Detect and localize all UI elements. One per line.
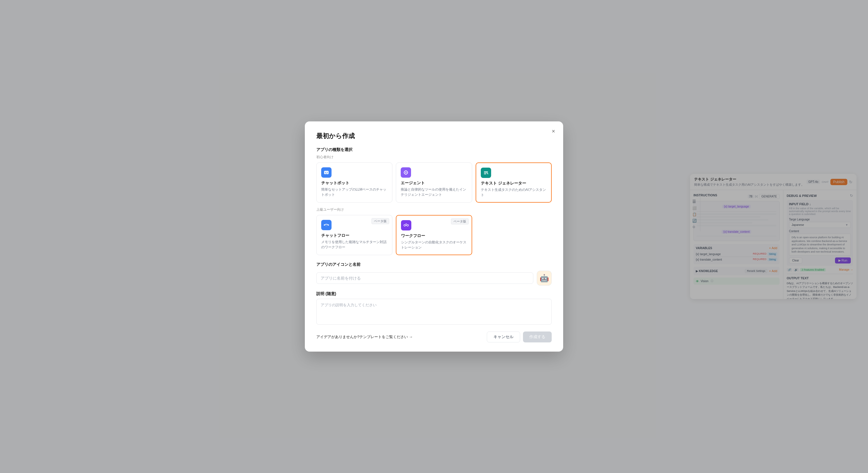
svg-point-17 (406, 223, 407, 224)
footer-buttons: キャンセル 作成する (487, 332, 552, 342)
svg-rect-9 (484, 171, 488, 172)
chatflow-title: チャットフロー (321, 233, 388, 238)
beginner-label: 初心者向け (316, 155, 552, 160)
text-generator-card[interactable]: テキスト ジェネレーター テキスト生成タスクのためのAIアシスタント (476, 162, 552, 202)
chatbot-icon (321, 167, 332, 178)
icon-name-row: 🤖 (316, 271, 552, 286)
workflow-beta-badge: ベータ版 (451, 218, 469, 224)
agent-card[interactable]: エージェント 推論と自律的なツールの使用を備えたインテリジェントエージェント (396, 162, 472, 202)
svg-point-6 (406, 174, 406, 175)
agent-title: エージェント (401, 181, 467, 186)
create-button[interactable]: 作成する (523, 332, 552, 342)
svg-point-4 (405, 172, 406, 173)
section-app-type-label: アプリの種類を選択 (316, 147, 552, 152)
chatbot-card[interactable]: チャットボット 簡単なセットアップのLLMベースのチャットボット (316, 162, 392, 202)
svg-point-8 (407, 172, 408, 173)
svg-point-2 (327, 172, 328, 173)
svg-rect-0 (324, 171, 329, 174)
workflow-title: ワークフロー (401, 233, 467, 239)
svg-rect-11 (484, 174, 486, 174)
workflow-card[interactable]: ベータ版 ワークフロー シングルターンの自動化タスクのオーケストレーション (396, 215, 472, 255)
svg-point-15 (407, 224, 408, 226)
template-link: アイデアがありませんか?テンプレートをご覧ください → (316, 335, 413, 340)
chatbot-title: チャットボット (321, 181, 388, 186)
create-app-modal: × 最初から作成 アプリの種類を選択 初心者向け チャットボット 簡単なセットア… (305, 121, 563, 352)
text-generator-title: テキスト ジェネレーター (481, 181, 547, 186)
icon-name-section-label: アプリのアイコンと名前 (316, 262, 552, 267)
svg-point-12 (324, 224, 325, 226)
workflow-desc: シングルターンの自動化タスクのオーケストレーション (401, 240, 467, 250)
svg-point-1 (325, 172, 326, 173)
svg-point-7 (404, 172, 405, 173)
svg-point-13 (328, 224, 329, 226)
chatbot-desc: 簡単なセットアップのLLMベースのチャットボット (321, 187, 388, 197)
desc-section-label: 説明 (随意) (316, 291, 552, 296)
modal-title: 最初から作成 (316, 132, 552, 140)
svg-point-5 (406, 170, 406, 171)
text-generator-icon (481, 168, 491, 178)
icon-picker[interactable]: 🤖 (537, 271, 552, 286)
chatflow-card[interactable]: ベータ版 チャットフロー メモリを使用した複雑なマルチターン対話のワークフロー (316, 215, 392, 255)
agent-icon (401, 167, 411, 178)
svg-rect-10 (484, 172, 488, 173)
text-generator-desc: テキスト生成タスクのためのAIアシスタント (481, 187, 547, 197)
advanced-label: 上級ユーザー向け (316, 207, 552, 212)
modal-close-button[interactable]: × (551, 127, 556, 135)
cancel-button[interactable]: キャンセル (487, 332, 520, 342)
modal-overlay: × 最初から作成 アプリの種類を選択 初心者向け チャットボット 簡単なセットア… (0, 0, 868, 473)
agent-desc: 推論と自律的なツールの使用を備えたインテリジェントエージェント (401, 187, 467, 197)
chatflow-desc: メモリを使用した複雑なマルチターン対話のワークフロー (321, 240, 388, 250)
svg-point-14 (404, 224, 406, 226)
beginner-app-types: チャットボット 簡単なセットアップのLLMベースのチャットボット エージェント (316, 162, 552, 202)
chatflow-beta-badge: ベータ版 (371, 218, 389, 224)
app-name-input[interactable] (316, 272, 533, 284)
footer-row: アイデアがありませんか?テンプレートをご覧ください → キャンセル 作成する (316, 332, 552, 342)
selected-emoji: 🤖 (539, 274, 549, 283)
advanced-app-types: ベータ版 チャットフロー メモリを使用した複雑なマルチターン対話のワークフロー … (316, 215, 552, 255)
app-desc-textarea[interactable] (316, 299, 552, 325)
workflow-icon (401, 220, 411, 230)
chatflow-icon (321, 220, 332, 230)
